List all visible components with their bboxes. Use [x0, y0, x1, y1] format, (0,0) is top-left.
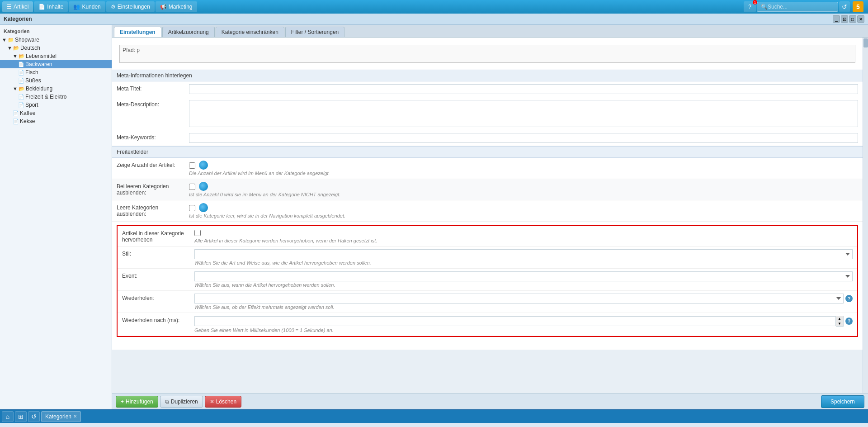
taskbar-home-btn[interactable]: ⌂ [2, 411, 14, 422]
delete-icon: ✕ [210, 399, 214, 405]
minimize-btn[interactable]: _ [833, 15, 840, 23]
topbar-inhalte[interactable]: 📄 Inhalte [34, 1, 68, 12]
bottom-bar: + Hinzufügen ⧉ Duplizieren ✕ Löschen Spe… [112, 393, 868, 409]
tree-item-lebensmittel[interactable]: ▼ 📂 Lebensmittel [0, 52, 112, 60]
leere-kategorien-checkbox[interactable] [189, 184, 195, 190]
doc-icon: 📄 [18, 102, 24, 108]
tree-label-sport: Sport [25, 102, 38, 108]
notification-badge: 1 [753, 0, 757, 5]
stil-hint: Wählen Sie die Art und Weise aus, wie di… [194, 260, 853, 266]
leere-kategorien2-hint: Ist die Kategorie leer, wird sie in der … [189, 213, 858, 218]
close-btn[interactable]: ✕ [857, 15, 864, 23]
zeige-anzahl-checkbox[interactable] [189, 162, 195, 169]
spinner-buttons: ▲ ▼ [836, 316, 844, 327]
taskbar-kategorien-tab[interactable]: Kategorien ✕ [41, 411, 81, 422]
path-textarea[interactable]: Pfad: p [119, 45, 855, 63]
tree-item-deutsch[interactable]: ▼ 📂 Deutsch [0, 44, 112, 52]
event-wrap: Wählen Sie aus, wann die Artikel hervorg… [194, 271, 853, 288]
tree-item-bekleidung[interactable]: ▼ 📂 Bekleidung [0, 85, 112, 93]
form-row-artikel-hervorheben: Artikel in dieser Kategorie hervorheben … [118, 226, 857, 247]
hinzufuegen-btn[interactable]: + Hinzufügen [116, 396, 158, 408]
artikel-hervorheben-checkbox[interactable] [194, 230, 201, 236]
window-title: Kategorien [4, 16, 32, 22]
wiederholen-help-icon[interactable]: ? [845, 295, 853, 302]
taskbar-close-icon[interactable]: ✕ [73, 414, 77, 419]
meta-keywords-wrap [189, 133, 858, 143]
duplizieren-btn[interactable]: ⧉ Duplizieren [160, 396, 203, 408]
tree-item-freizeit[interactable]: 📄 Freizeit & Elektro [0, 93, 112, 101]
taskbar-windows-btn[interactable]: ⊞ [15, 411, 27, 422]
tree-item-suesses[interactable]: 📄 Süßes [0, 76, 112, 85]
leere-kategorien-label: Bei leeren Kategorien ausblenden: [117, 182, 189, 196]
tree-label-kaffee: Kaffee [20, 110, 35, 116]
einstellungen-label: Einstellungen [118, 4, 150, 10]
tab-einstellungen[interactable]: Einstellungen [114, 27, 161, 37]
tab-kategorie-einschraenken[interactable]: Kategorie einschränken [216, 27, 284, 37]
wiederholen-label: Wiederholen: [122, 294, 194, 301]
badge-btn[interactable]: 5 [853, 1, 863, 12]
meta-titel-label: Meta Titel: [117, 84, 189, 92]
tree-label-freizeit: Freizeit & Elektro [25, 94, 66, 100]
restore-btn[interactable]: ⊡ [841, 15, 848, 23]
copy-icon: ⧉ [165, 399, 169, 405]
zeige-anzahl-hint: Die Anzahl der Artikel wird im Menü an d… [189, 171, 858, 176]
tab-artikelzuordnung[interactable]: Artikelzuordnung [162, 27, 215, 37]
event-label: Event: [122, 271, 194, 279]
form-area: Pfad: p Meta-Informationen hinterlegen M… [112, 38, 863, 350]
spinner-up-btn[interactable]: ▲ [836, 316, 843, 321]
artikel-label: Artikel [14, 4, 28, 10]
tab-filter-sortierungen[interactable]: Filter / Sortierungen [285, 27, 344, 37]
tree-item-kekse[interactable]: 📄 Kekse [0, 117, 112, 125]
spinner-down-btn[interactable]: ▼ [836, 321, 843, 326]
meta-description-input[interactable] [189, 100, 858, 127]
artikel-hervorheben-wrap: Alle Artikel in dieser Kategorie werden … [194, 229, 853, 243]
meta-titel-input[interactable] [189, 84, 858, 94]
folder-open-icon: 📂 [19, 86, 25, 92]
wiederholen-nach-input[interactable] [194, 316, 836, 326]
stil-wrap: Wählen Sie die Art und Weise aus, wie di… [194, 249, 853, 266]
tree-item-kaffee[interactable]: 📄 Kaffee [0, 109, 112, 117]
taskbar-refresh-btn[interactable]: ↺ [28, 411, 40, 422]
notification-area[interactable]: ? 1 [744, 1, 756, 12]
form-row-event: Event: Wählen Sie aus, wann die Artikel … [118, 269, 857, 291]
maximize-btn[interactable]: □ [849, 15, 856, 23]
expand-icon: ▼ [7, 45, 12, 51]
loeschen-btn[interactable]: ✕ Löschen [205, 396, 241, 408]
tree-label-suesses: Süßes [25, 77, 41, 84]
form-row-stil: Stil: Wählen Sie die Art und Weise aus, … [118, 247, 857, 269]
wiederholen-nach-help-icon[interactable]: ? [845, 318, 853, 325]
expand-icon: ▼ [13, 86, 18, 91]
window-chrome: Kategorien _ ⊡ □ ✕ [0, 14, 868, 25]
sidebar-header: Kategorien [0, 27, 112, 36]
tab-bar: Einstellungen Artikelzuordnung Kategorie… [112, 25, 868, 38]
content-area: Einstellungen Artikelzuordnung Kategorie… [112, 25, 868, 409]
event-select[interactable] [194, 271, 853, 281]
scrollbar[interactable] [863, 38, 868, 393]
wiederholen-wrap: ? Wählen Sie aus, ob der Effekt mehrmals… [194, 294, 853, 310]
stil-select[interactable] [194, 249, 853, 259]
doc-icon: 📄 [18, 94, 24, 100]
search-box[interactable]: 🔍 [757, 2, 838, 12]
topbar-artikel[interactable]: ☰ Artikel [2, 1, 33, 12]
scroll-thumb[interactable] [863, 38, 868, 47]
form-row-leere-kategorien: Bei leeren Kategorien ausblenden: Ist di… [112, 179, 863, 200]
form-content-scroll: Pfad: p Meta-Informationen hinterlegen M… [112, 38, 863, 393]
refresh-btn[interactable]: ↺ [839, 1, 850, 12]
freitext-section-header: Freitextfelder [112, 146, 863, 158]
speichern-btn[interactable]: Speichern [821, 395, 864, 408]
topbar-einstellungen[interactable]: ⚙ Einstellungen [106, 1, 155, 12]
tree-item-shopware[interactable]: ▼ 📁 Shopware [0, 36, 112, 44]
tree-label-fisch: Fisch [25, 69, 38, 76]
tree-item-fisch[interactable]: 📄 Fisch [0, 68, 112, 76]
topbar-marketing[interactable]: 📢 Marketing [156, 1, 197, 12]
search-input[interactable] [768, 4, 831, 10]
wiederholen-select[interactable] [194, 294, 844, 304]
leere-kategorien2-checkbox[interactable] [189, 205, 195, 211]
wiederholen-nach-label: Wiederholen nach (ms): [122, 316, 194, 323]
wiederholen-nach-wrap: ▲ ▼ ? Geben Sie einen Wert in Millisekun… [194, 316, 853, 333]
topbar-kunden[interactable]: 👥 Kunden [69, 1, 105, 12]
form-scroll-wrapper: Pfad: p Meta-Informationen hinterlegen M… [112, 38, 868, 393]
meta-keywords-input[interactable] [189, 133, 858, 143]
tree-item-sport[interactable]: 📄 Sport [0, 101, 112, 109]
tree-item-backwaren[interactable]: 📄 Backwaren [0, 60, 112, 68]
